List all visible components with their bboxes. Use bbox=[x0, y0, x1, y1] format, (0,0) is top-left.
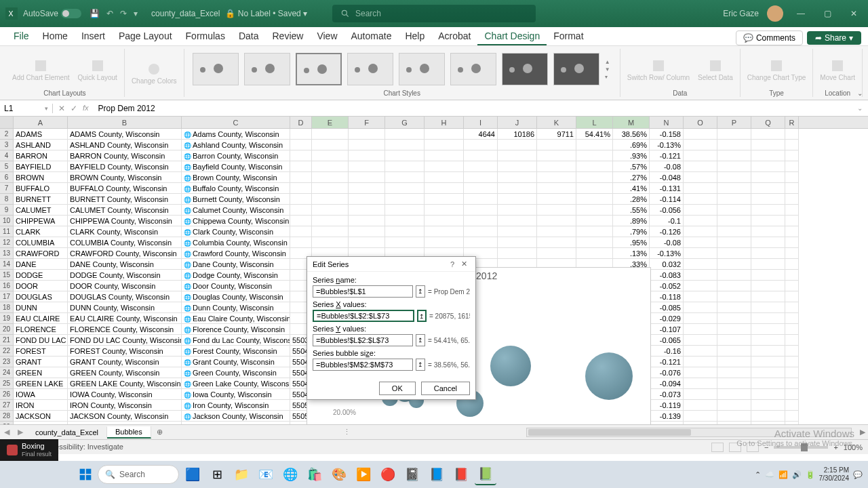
cell[interactable] bbox=[785, 194, 799, 205]
series-size-input[interactable] bbox=[313, 359, 413, 371]
cell[interactable]: BROWN County, Wisconsin bbox=[68, 172, 182, 183]
cell[interactable]: -0.073 bbox=[650, 389, 684, 400]
sheet-nav-next[interactable]: ▶ bbox=[14, 428, 27, 436]
cell[interactable] bbox=[751, 237, 785, 248]
echo360-icon[interactable]: ▶️ bbox=[353, 464, 374, 485]
cell[interactable]: -0.118 bbox=[650, 291, 684, 302]
cell[interactable] bbox=[385, 237, 425, 248]
cell[interactable] bbox=[751, 194, 785, 205]
row-header[interactable]: 12 bbox=[0, 237, 14, 248]
onenote-icon[interactable]: 📓 bbox=[401, 464, 423, 485]
cell[interactable] bbox=[684, 172, 717, 183]
cell[interactable] bbox=[312, 161, 349, 172]
cell[interactable] bbox=[290, 216, 312, 226]
cell[interactable] bbox=[312, 226, 349, 237]
formula-expand-icon[interactable]: ⌄ bbox=[852, 104, 868, 112]
cell[interactable] bbox=[751, 129, 785, 140]
cell[interactable] bbox=[785, 291, 799, 302]
series-y-input[interactable] bbox=[313, 334, 413, 346]
cell[interactable] bbox=[785, 270, 799, 281]
cell[interactable] bbox=[785, 335, 799, 346]
cell[interactable]: -0.107 bbox=[650, 324, 684, 335]
cell[interactable]: FLORENCE County, Wisconsin bbox=[68, 324, 182, 335]
cell[interactable] bbox=[349, 205, 385, 216]
cell[interactable] bbox=[751, 259, 785, 270]
cell[interactable] bbox=[684, 140, 717, 150]
cell[interactable] bbox=[576, 237, 613, 248]
zoom-level[interactable]: 100% bbox=[844, 443, 863, 451]
cell[interactable] bbox=[684, 226, 717, 237]
cell[interactable] bbox=[498, 248, 537, 259]
row-header[interactable]: 4 bbox=[0, 150, 14, 161]
cell[interactable] bbox=[751, 302, 785, 313]
onedrive-icon[interactable]: ☁️ bbox=[765, 470, 774, 479]
tray-chevron-icon[interactable]: ⌃ bbox=[755, 470, 761, 479]
tab-view[interactable]: View bbox=[310, 28, 344, 45]
cell[interactable] bbox=[385, 140, 425, 150]
cell[interactable]: BARRON bbox=[14, 150, 68, 161]
cell[interactable] bbox=[537, 194, 576, 205]
cell[interactable] bbox=[464, 216, 498, 226]
cell[interactable]: IOWA bbox=[14, 389, 68, 400]
tab-insert[interactable]: Insert bbox=[75, 28, 112, 45]
sheet-tab[interactable]: county_data_Excel bbox=[27, 427, 107, 438]
cell[interactable] bbox=[684, 216, 717, 226]
cell[interactable]: ADAMS bbox=[14, 129, 68, 140]
taskbar-search[interactable]: 🔍 Search bbox=[98, 465, 179, 484]
chart-style-4[interactable] bbox=[347, 53, 393, 85]
row-header[interactable]: 15 bbox=[0, 270, 14, 281]
cell[interactable] bbox=[537, 226, 576, 237]
cell[interactable]: Calumet County, Wisconsin bbox=[182, 205, 290, 216]
row-header[interactable]: 25 bbox=[0, 378, 14, 389]
cell[interactable] bbox=[785, 389, 799, 400]
cell[interactable] bbox=[498, 226, 537, 237]
cell[interactable] bbox=[751, 335, 785, 346]
scroll-right-icon[interactable]: ▶ bbox=[857, 428, 868, 436]
undo-icon[interactable]: ↶ bbox=[106, 9, 113, 18]
cell[interactable]: 4644 bbox=[464, 129, 498, 140]
view-normal-icon[interactable] bbox=[711, 443, 724, 452]
col-header-I[interactable]: I bbox=[464, 117, 498, 128]
cell[interactable] bbox=[684, 422, 717, 424]
cell[interactable]: DOUGLAS County, Wisconsin bbox=[68, 291, 182, 302]
cell[interactable] bbox=[751, 346, 785, 357]
comments-button[interactable]: 💬 Comments bbox=[736, 30, 803, 45]
range-picker-icon[interactable]: ↥ bbox=[416, 359, 425, 371]
cell[interactable]: .57% bbox=[613, 161, 650, 172]
cell[interactable]: Fond du Lac County, Wisconsin bbox=[182, 335, 290, 346]
cell[interactable] bbox=[751, 411, 785, 422]
cell[interactable]: Clark County, Wisconsin bbox=[182, 226, 290, 237]
qat-dropdown-icon[interactable]: ▾ bbox=[134, 9, 138, 18]
cell[interactable] bbox=[785, 237, 799, 248]
cell[interactable] bbox=[385, 205, 425, 216]
cell[interactable] bbox=[349, 183, 385, 194]
cell[interactable] bbox=[684, 161, 717, 172]
cell[interactable]: IRON County, Wisconsin bbox=[68, 400, 182, 411]
cell[interactable] bbox=[537, 216, 576, 226]
cell[interactable] bbox=[785, 205, 799, 216]
cell[interactable] bbox=[785, 183, 799, 194]
clock[interactable]: 2:15 PM 7/30/2024 bbox=[819, 466, 850, 483]
col-header-N[interactable]: N bbox=[650, 117, 684, 128]
cell[interactable] bbox=[684, 291, 717, 302]
col-header-F[interactable]: F bbox=[349, 117, 385, 128]
cell[interactable]: GRANT bbox=[14, 357, 68, 367]
col-header-L[interactable]: L bbox=[576, 117, 613, 128]
excel-taskbar-icon[interactable]: 📗 bbox=[475, 464, 496, 485]
cell[interactable] bbox=[425, 205, 464, 216]
cell[interactable]: CHIPPEWA County, Wisconsin bbox=[68, 216, 182, 226]
cell[interactable] bbox=[717, 216, 751, 226]
cell[interactable]: GREEN County, Wisconsin bbox=[68, 367, 182, 378]
cell[interactable]: BAYFIELD bbox=[14, 161, 68, 172]
cell[interactable]: Barron County, Wisconsin bbox=[182, 150, 290, 161]
cell[interactable] bbox=[751, 270, 785, 281]
cell[interactable] bbox=[684, 324, 717, 335]
cell[interactable]: Eau Claire County, Wisconsin bbox=[182, 313, 290, 324]
cell[interactable] bbox=[684, 259, 717, 270]
cell[interactable]: .95% bbox=[613, 237, 650, 248]
cell[interactable] bbox=[785, 313, 799, 324]
col-header-M[interactable]: M bbox=[613, 117, 650, 128]
news-toast[interactable]: Boxing Final result bbox=[0, 439, 58, 461]
cell[interactable] bbox=[717, 324, 751, 335]
cell[interactable] bbox=[751, 324, 785, 335]
